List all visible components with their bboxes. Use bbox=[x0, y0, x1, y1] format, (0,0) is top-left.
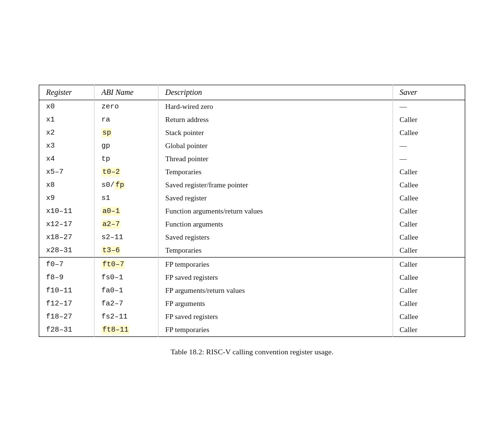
cell-register: x0 bbox=[39, 100, 94, 114]
table-row: f12–17fa2–7FP argumentsCaller bbox=[39, 297, 465, 310]
cell-abi: s2–11 bbox=[94, 231, 158, 244]
table-header: Register ABI Name Description Saver bbox=[39, 85, 465, 100]
cell-register: f18–27 bbox=[39, 310, 94, 323]
cell-saver: Caller bbox=[393, 166, 465, 179]
table-row: f10–11fa0–1FP arguments/return valuesCal… bbox=[39, 284, 465, 297]
cell-register: f8–9 bbox=[39, 271, 94, 284]
cell-abi: gp bbox=[94, 139, 158, 152]
cell-description: Global pointer bbox=[158, 139, 393, 152]
table-row: x18–27s2–11Saved registersCallee bbox=[39, 231, 465, 244]
table-row: x2spStack pointerCallee bbox=[39, 126, 465, 139]
cell-abi: fa0–1 bbox=[94, 284, 158, 297]
table-row: x5–7t0–2TemporariesCaller bbox=[39, 166, 465, 179]
table-row: x0zeroHard-wired zero— bbox=[39, 100, 465, 114]
cell-description: Saved register/frame pointer bbox=[158, 179, 393, 192]
cell-abi: fa2–7 bbox=[94, 297, 158, 310]
header-saver: Saver bbox=[393, 85, 465, 100]
table-row: f8–9fs0–1FP saved registersCallee bbox=[39, 271, 465, 284]
cell-register: f28–31 bbox=[39, 323, 94, 337]
table-row: f28–31ft8–11FP temporariesCaller bbox=[39, 323, 465, 337]
table-row: x8s0/fpSaved register/frame pointerCalle… bbox=[39, 179, 465, 192]
cell-saver: Caller bbox=[393, 205, 465, 218]
table-row: f18–27fs2–11FP saved registersCallee bbox=[39, 310, 465, 323]
cell-saver: Caller bbox=[393, 284, 465, 297]
cell-description: Thread pointer bbox=[158, 152, 393, 166]
cell-register: x8 bbox=[39, 179, 94, 192]
cell-register: f12–17 bbox=[39, 297, 94, 310]
cell-abi: s0/fp bbox=[94, 179, 158, 192]
table-caption: Table 18.2: RISC-V calling convention re… bbox=[39, 348, 465, 356]
table-container: Register ABI Name Description Saver x0ze… bbox=[39, 85, 465, 356]
cell-abi: zero bbox=[94, 100, 158, 114]
cell-saver: Callee bbox=[393, 126, 465, 139]
cell-register: f10–11 bbox=[39, 284, 94, 297]
cell-register: x5–7 bbox=[39, 166, 94, 179]
table-row: x10–11a0–1Function arguments/return valu… bbox=[39, 205, 465, 218]
cell-saver: Callee bbox=[393, 192, 465, 205]
header-abi: ABI Name bbox=[94, 85, 158, 100]
table-row: x4tpThread pointer— bbox=[39, 152, 465, 166]
cell-saver: Caller bbox=[393, 297, 465, 310]
cell-description: FP temporaries bbox=[158, 323, 393, 337]
cell-saver: Caller bbox=[393, 258, 465, 272]
cell-abi: a0–1 bbox=[94, 205, 158, 218]
cell-saver: — bbox=[393, 139, 465, 152]
table-row: x3gpGlobal pointer— bbox=[39, 139, 465, 152]
cell-register: x9 bbox=[39, 192, 94, 205]
cell-saver: — bbox=[393, 152, 465, 166]
cell-saver: Caller bbox=[393, 218, 465, 231]
cell-saver: Callee bbox=[393, 271, 465, 284]
cell-abi: a2–7 bbox=[94, 218, 158, 231]
cell-abi: t3–6 bbox=[94, 244, 158, 258]
cell-register: x10–11 bbox=[39, 205, 94, 218]
cell-saver: — bbox=[393, 100, 465, 114]
cell-description: Function arguments/return values bbox=[158, 205, 393, 218]
cell-description: Return address bbox=[158, 113, 393, 126]
cell-register: x12–17 bbox=[39, 218, 94, 231]
table-row: x12–17a2–7Function argumentsCaller bbox=[39, 218, 465, 231]
header-register: Register bbox=[39, 85, 94, 100]
cell-abi: ft0–7 bbox=[94, 258, 158, 272]
table-body: x0zeroHard-wired zero—x1raReturn address… bbox=[39, 100, 465, 337]
cell-saver: Callee bbox=[393, 231, 465, 244]
cell-register: x28–31 bbox=[39, 244, 94, 258]
cell-description: Temporaries bbox=[158, 244, 393, 258]
table-row: x9s1Saved registerCallee bbox=[39, 192, 465, 205]
cell-register: x4 bbox=[39, 152, 94, 166]
cell-description: Temporaries bbox=[158, 166, 393, 179]
cell-register: x1 bbox=[39, 113, 94, 126]
cell-description: FP arguments/return values bbox=[158, 284, 393, 297]
cell-abi: tp bbox=[94, 152, 158, 166]
cell-abi: ra bbox=[94, 113, 158, 126]
table-row: x1raReturn addressCaller bbox=[39, 113, 465, 126]
cell-abi: fs2–11 bbox=[94, 310, 158, 323]
cell-abi: fs0–1 bbox=[94, 271, 158, 284]
cell-saver: Callee bbox=[393, 310, 465, 323]
cell-description: Saved register bbox=[158, 192, 393, 205]
table-row: x28–31t3–6TemporariesCaller bbox=[39, 244, 465, 258]
cell-abi: ft8–11 bbox=[94, 323, 158, 337]
register-table: Register ABI Name Description Saver x0ze… bbox=[39, 85, 465, 337]
cell-register: x2 bbox=[39, 126, 94, 139]
header-description: Description bbox=[158, 85, 393, 100]
cell-abi: sp bbox=[94, 126, 158, 139]
cell-description: Hard-wired zero bbox=[158, 100, 393, 114]
table-row: f0–7ft0–7FP temporariesCaller bbox=[39, 258, 465, 272]
cell-register: f0–7 bbox=[39, 258, 94, 272]
cell-register: x3 bbox=[39, 139, 94, 152]
cell-description: FP arguments bbox=[158, 297, 393, 310]
cell-saver: Caller bbox=[393, 323, 465, 337]
cell-abi: s1 bbox=[94, 192, 158, 205]
cell-description: FP saved registers bbox=[158, 271, 393, 284]
cell-saver: Caller bbox=[393, 244, 465, 258]
cell-saver: Caller bbox=[393, 113, 465, 126]
cell-description: Stack pointer bbox=[158, 126, 393, 139]
cell-description: Function arguments bbox=[158, 218, 393, 231]
cell-description: Saved registers bbox=[158, 231, 393, 244]
cell-saver: Callee bbox=[393, 179, 465, 192]
cell-description: FP saved registers bbox=[158, 310, 393, 323]
cell-abi: t0–2 bbox=[94, 166, 158, 179]
cell-description: FP temporaries bbox=[158, 258, 393, 272]
cell-register: x18–27 bbox=[39, 231, 94, 244]
